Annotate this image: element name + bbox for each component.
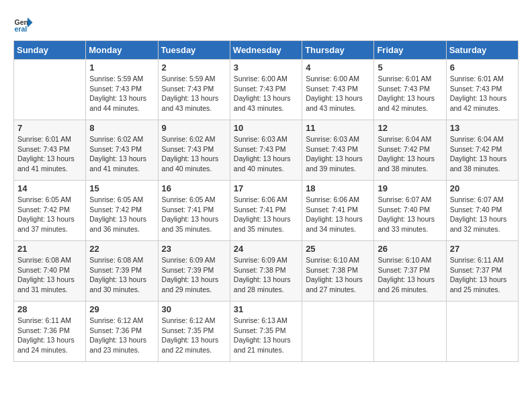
day-cell	[302, 302, 374, 362]
day-number: 3	[234, 62, 298, 73]
header-friday: Friday	[374, 41, 446, 60]
calendar-body: 1Sunrise: 5:59 AM Sunset: 7:43 PM Daylig…	[14, 60, 519, 362]
day-cell: 19Sunrise: 6:07 AM Sunset: 7:40 PM Dayli…	[374, 181, 446, 241]
day-cell: 16Sunrise: 6:05 AM Sunset: 7:41 PM Dayli…	[158, 181, 230, 241]
day-number: 27	[450, 244, 515, 254]
day-cell: 23Sunrise: 6:09 AM Sunset: 7:39 PM Dayli…	[158, 241, 230, 302]
day-number: 21	[17, 244, 82, 254]
day-cell: 12Sunrise: 6:04 AM Sunset: 7:42 PM Dayli…	[374, 120, 446, 181]
svg-text:eral: eral	[15, 25, 28, 33]
day-cell: 5Sunrise: 6:01 AM Sunset: 7:43 PM Daylig…	[374, 60, 446, 120]
day-cell: 6Sunrise: 6:01 AM Sunset: 7:43 PM Daylig…	[446, 60, 518, 120]
day-info: Sunrise: 5:59 AM Sunset: 7:43 PM Dayligh…	[89, 74, 154, 113]
header-row: SundayMondayTuesdayWednesdayThursdayFrid…	[14, 41, 519, 60]
day-info: Sunrise: 6:02 AM Sunset: 7:43 PM Dayligh…	[162, 134, 226, 174]
calendar-header: SundayMondayTuesdayWednesdayThursdayFrid…	[14, 41, 519, 60]
svg-marker-2	[28, 17, 33, 28]
week-row-3: 14Sunrise: 6:05 AM Sunset: 7:42 PM Dayli…	[14, 181, 519, 241]
header-wednesday: Wednesday	[230, 41, 302, 60]
day-info: Sunrise: 6:00 AM Sunset: 7:43 PM Dayligh…	[234, 74, 298, 113]
day-number: 31	[234, 304, 298, 314]
day-cell: 7Sunrise: 6:01 AM Sunset: 7:43 PM Daylig…	[14, 120, 86, 181]
day-info: Sunrise: 6:06 AM Sunset: 7:41 PM Dayligh…	[234, 195, 298, 234]
day-info: Sunrise: 6:10 AM Sunset: 7:37 PM Dayligh…	[378, 255, 442, 295]
day-info: Sunrise: 6:09 AM Sunset: 7:38 PM Dayligh…	[234, 255, 298, 295]
day-number: 28	[17, 304, 82, 314]
day-number: 15	[89, 183, 154, 193]
day-number: 7	[17, 123, 82, 133]
day-info: Sunrise: 6:12 AM Sunset: 7:36 PM Dayligh…	[89, 316, 154, 355]
page-header: Gen eral	[13, 13, 519, 34]
week-row-4: 21Sunrise: 6:08 AM Sunset: 7:40 PM Dayli…	[14, 241, 519, 302]
day-number: 13	[450, 123, 515, 133]
week-row-2: 7Sunrise: 6:01 AM Sunset: 7:43 PM Daylig…	[14, 120, 519, 181]
day-info: Sunrise: 6:05 AM Sunset: 7:41 PM Dayligh…	[162, 195, 226, 234]
day-cell: 14Sunrise: 6:05 AM Sunset: 7:42 PM Dayli…	[14, 181, 86, 241]
day-info: Sunrise: 6:12 AM Sunset: 7:35 PM Dayligh…	[162, 316, 226, 355]
day-number: 24	[234, 244, 298, 254]
day-info: Sunrise: 6:08 AM Sunset: 7:40 PM Dayligh…	[17, 255, 82, 295]
day-info: Sunrise: 6:03 AM Sunset: 7:43 PM Dayligh…	[306, 134, 370, 174]
day-info: Sunrise: 6:02 AM Sunset: 7:43 PM Dayligh…	[89, 134, 154, 174]
day-info: Sunrise: 6:05 AM Sunset: 7:42 PM Dayligh…	[89, 195, 154, 234]
day-info: Sunrise: 6:07 AM Sunset: 7:40 PM Dayligh…	[378, 195, 442, 234]
day-number: 20	[450, 183, 515, 193]
day-number: 18	[306, 183, 370, 193]
day-cell: 20Sunrise: 6:07 AM Sunset: 7:40 PM Dayli…	[446, 181, 518, 241]
day-cell: 2Sunrise: 5:59 AM Sunset: 7:43 PM Daylig…	[158, 60, 230, 120]
day-cell: 13Sunrise: 6:04 AM Sunset: 7:42 PM Dayli…	[446, 120, 518, 181]
day-number: 9	[162, 123, 226, 133]
day-number: 26	[378, 244, 442, 254]
day-number: 1	[89, 62, 154, 73]
header-tuesday: Tuesday	[158, 41, 230, 60]
day-info: Sunrise: 6:01 AM Sunset: 7:43 PM Dayligh…	[378, 74, 442, 113]
day-number: 30	[162, 304, 226, 314]
day-cell	[374, 302, 446, 362]
day-info: Sunrise: 6:11 AM Sunset: 7:37 PM Dayligh…	[450, 255, 515, 295]
day-number: 29	[89, 304, 154, 314]
day-cell: 11Sunrise: 6:03 AM Sunset: 7:43 PM Dayli…	[302, 120, 374, 181]
day-cell: 27Sunrise: 6:11 AM Sunset: 7:37 PM Dayli…	[446, 241, 518, 302]
day-cell: 4Sunrise: 6:00 AM Sunset: 7:43 PM Daylig…	[302, 60, 374, 120]
day-number: 10	[234, 123, 298, 133]
day-info: Sunrise: 6:09 AM Sunset: 7:39 PM Dayligh…	[162, 255, 226, 295]
day-cell: 29Sunrise: 6:12 AM Sunset: 7:36 PM Dayli…	[86, 302, 158, 362]
day-info: Sunrise: 6:05 AM Sunset: 7:42 PM Dayligh…	[17, 195, 82, 234]
header-monday: Monday	[86, 41, 158, 60]
day-number: 22	[89, 244, 154, 254]
day-number: 8	[89, 123, 154, 133]
day-cell: 15Sunrise: 6:05 AM Sunset: 7:42 PM Dayli…	[86, 181, 158, 241]
day-cell	[446, 302, 518, 362]
day-cell	[14, 60, 86, 120]
day-number: 5	[378, 62, 442, 73]
day-cell: 24Sunrise: 6:09 AM Sunset: 7:38 PM Dayli…	[230, 241, 302, 302]
day-number: 23	[162, 244, 226, 254]
day-cell: 25Sunrise: 6:10 AM Sunset: 7:38 PM Dayli…	[302, 241, 374, 302]
day-info: Sunrise: 6:03 AM Sunset: 7:43 PM Dayligh…	[234, 134, 298, 174]
day-number: 17	[234, 183, 298, 193]
day-info: Sunrise: 6:10 AM Sunset: 7:38 PM Dayligh…	[306, 255, 370, 295]
day-info: Sunrise: 6:01 AM Sunset: 7:43 PM Dayligh…	[17, 134, 82, 174]
logo-icon: Gen eral	[13, 13, 34, 34]
day-cell: 21Sunrise: 6:08 AM Sunset: 7:40 PM Dayli…	[14, 241, 86, 302]
day-cell: 3Sunrise: 6:00 AM Sunset: 7:43 PM Daylig…	[230, 60, 302, 120]
logo: Gen eral	[13, 13, 35, 34]
day-cell: 28Sunrise: 6:11 AM Sunset: 7:36 PM Dayli…	[14, 302, 86, 362]
day-cell: 17Sunrise: 6:06 AM Sunset: 7:41 PM Dayli…	[230, 181, 302, 241]
day-info: Sunrise: 6:07 AM Sunset: 7:40 PM Dayligh…	[450, 195, 515, 234]
day-info: Sunrise: 6:06 AM Sunset: 7:41 PM Dayligh…	[306, 195, 370, 234]
day-info: Sunrise: 6:00 AM Sunset: 7:43 PM Dayligh…	[306, 74, 370, 113]
day-number: 16	[162, 183, 226, 193]
day-number: 11	[306, 123, 370, 133]
day-cell: 26Sunrise: 6:10 AM Sunset: 7:37 PM Dayli…	[374, 241, 446, 302]
header-saturday: Saturday	[446, 41, 518, 60]
day-cell: 31Sunrise: 6:13 AM Sunset: 7:35 PM Dayli…	[230, 302, 302, 362]
day-info: Sunrise: 5:59 AM Sunset: 7:43 PM Dayligh…	[162, 74, 226, 113]
day-number: 12	[378, 123, 442, 133]
day-number: 14	[17, 183, 82, 193]
header-sunday: Sunday	[14, 41, 86, 60]
day-cell: 9Sunrise: 6:02 AM Sunset: 7:43 PM Daylig…	[158, 120, 230, 181]
day-number: 6	[450, 62, 515, 73]
day-number: 19	[378, 183, 442, 193]
day-number: 4	[306, 62, 370, 73]
